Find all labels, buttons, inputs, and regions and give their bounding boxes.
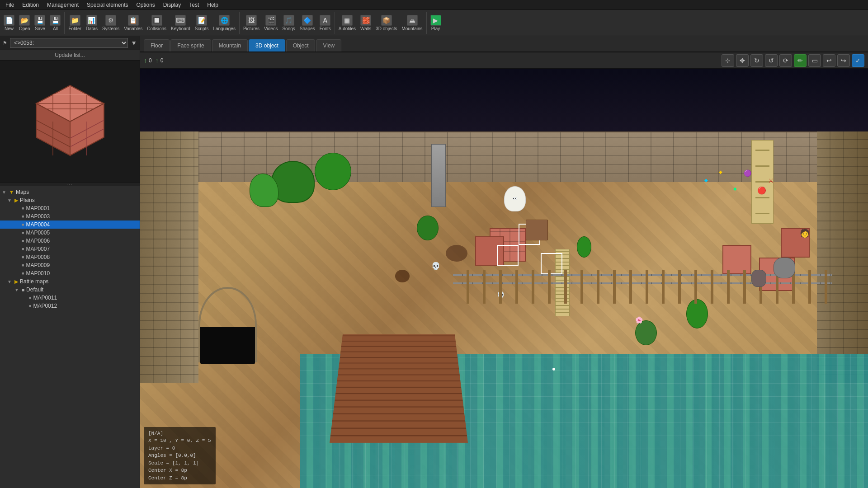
- toolbar-languages-button[interactable]: 🌐 Languages: [211, 14, 237, 32]
- toolbar-folder-button[interactable]: 📁 Folder: [66, 14, 83, 32]
- hud-center-x: Center X = 8p: [148, 467, 211, 474]
- tool-paint-button[interactable]: ✏: [794, 54, 807, 67]
- walls-icon: 🧱: [360, 15, 371, 26]
- toolbar-shapes-button[interactable]: 🔷 Shapes: [298, 14, 317, 32]
- tree-map0008[interactable]: ■ MAP0008: [0, 253, 140, 261]
- toolbar-pictures-button[interactable]: 🖼 Pictures: [241, 14, 261, 32]
- tree-map0010[interactable]: ■ MAP0010: [0, 269, 140, 277]
- tool-rotate-x-button[interactable]: ↻: [750, 54, 763, 67]
- map0012-label: MAP0012: [33, 303, 57, 309]
- tab-floor[interactable]: Floor: [144, 39, 170, 52]
- menu-help[interactable]: Help: [203, 1, 222, 9]
- tool-move-button[interactable]: ✥: [736, 54, 749, 67]
- menu-file[interactable]: File: [2, 1, 18, 9]
- toolbar-fonts-button[interactable]: A Fonts: [318, 14, 333, 32]
- toolbar-mountains-button[interactable]: ⛰ Mountains: [400, 14, 424, 32]
- tab-view[interactable]: View: [316, 39, 341, 52]
- songs-icon: 🎵: [283, 15, 294, 26]
- maps-label: Maps: [16, 189, 29, 195]
- menu-display[interactable]: Display: [160, 1, 184, 9]
- content-area: Floor Face sprite Mountain 3D object Obj…: [140, 36, 868, 488]
- toolbar-datas-button[interactable]: 📊 Datas: [84, 14, 99, 32]
- plains-expand-icon: ▼: [7, 198, 13, 203]
- toolbar-autotiles-button[interactable]: ▦ Autotiles: [337, 14, 358, 32]
- enemy-red: 🔴: [757, 186, 766, 195]
- map-info-overlay: [N/A] X = 10 , Y = 0, Z = 5 Layer = 0 An…: [144, 427, 216, 485]
- tab-object[interactable]: Object: [286, 39, 316, 52]
- toolbar-walls-button[interactable]: 🧱 Walls: [359, 14, 373, 32]
- rung-5: [755, 213, 769, 214]
- ghost-object: 👀: [504, 186, 526, 211]
- tool-rotate-z-button[interactable]: ⟳: [779, 54, 792, 67]
- toolbar-new-button[interactable]: 📄 New: [2, 14, 16, 32]
- tree-map0007[interactable]: ■ MAP0007: [0, 245, 140, 253]
- wooden-bridge: [330, 334, 468, 443]
- toolbar-keyboard-button[interactable]: ⌨ Keyboard: [169, 14, 192, 32]
- sidebar-divider[interactable]: [0, 183, 140, 186]
- update-list-button[interactable]: Update list...: [0, 50, 140, 61]
- toolbar-3dobjects-button[interactable]: 📦 3D objects: [374, 14, 399, 32]
- map0010-label: MAP0010: [26, 270, 50, 277]
- tool-erase-button[interactable]: ▭: [808, 54, 821, 67]
- tree-battlemaps-group[interactable]: ▼ ▶ Battle maps: [0, 277, 140, 286]
- toolbar-videos-button[interactable]: 🎬 Videos: [262, 14, 279, 32]
- right-wall: [817, 131, 868, 383]
- map0001-label: MAP0001: [26, 205, 50, 211]
- tree-default-subgroup[interactable]: ▼ ■ Default: [0, 286, 140, 294]
- menu-test[interactable]: Test: [185, 1, 203, 9]
- tool-rotate-y-button[interactable]: ↺: [765, 54, 778, 67]
- toolbar: 📄 New 📂 Open 💾 Save 💾 All 📁 Folder 📊 Dat…: [0, 10, 868, 36]
- toolbar-variables-button[interactable]: 📋 Variables: [122, 14, 144, 32]
- toolbar-play-button[interactable]: ▶ Play: [429, 14, 443, 32]
- map-viewport[interactable]: 👀 💀 💀 🧑: [140, 69, 868, 488]
- preview-cube: [25, 76, 115, 167]
- tree-map0006[interactable]: ■ MAP0006: [0, 237, 140, 245]
- enemy-purple: 🟣: [744, 169, 751, 177]
- tree-root-maps[interactable]: ▼ ▼ Maps: [0, 188, 140, 196]
- sidebar-header: ⚑ <>0053: ▼: [0, 36, 140, 50]
- tool-select-button[interactable]: ⊹: [722, 54, 734, 67]
- plains-label: Plains: [20, 197, 35, 203]
- tool-undo-button[interactable]: ↩: [823, 54, 835, 67]
- coord-x-item: ↑ 0: [144, 57, 152, 64]
- tree-map0009[interactable]: ■ MAP0009: [0, 261, 140, 269]
- sidebar-arrow-icon[interactable]: ▼: [131, 39, 137, 47]
- shapes-icon: 🔷: [302, 15, 313, 26]
- map0008-label: MAP0008: [26, 254, 50, 260]
- toolbar-songs-button[interactable]: 🎵 Songs: [280, 14, 297, 32]
- tab-3d-object[interactable]: 3D object: [249, 39, 285, 52]
- toolbar-scripts-button[interactable]: 📝 Scripts: [193, 14, 211, 32]
- tree-map0011[interactable]: ■ MAP0011: [0, 294, 140, 302]
- tab-face-sprite[interactable]: Face sprite: [170, 39, 211, 52]
- tool-redo-button[interactable]: ↪: [837, 54, 850, 67]
- tree-map0005[interactable]: ■ MAP0005: [0, 229, 140, 237]
- hud-scale: Scale = [1, 1, 1]: [148, 460, 211, 467]
- map0004-label: MAP0004: [26, 221, 50, 228]
- menu-management[interactable]: Management: [43, 1, 82, 9]
- tree-plains-group[interactable]: ▼ ▶ Plains: [0, 196, 140, 204]
- bush-3: [635, 320, 657, 346]
- tree-map0003[interactable]: ■ MAP0003: [0, 212, 140, 221]
- tree-map0012[interactable]: ■ MAP0012: [0, 302, 140, 310]
- left-wall: [140, 131, 198, 383]
- mountains-icon: ⛰: [407, 15, 418, 26]
- tool-extra-button[interactable]: ✓: [852, 54, 864, 67]
- toolbar-systems-button[interactable]: ⚙ Systems: [100, 14, 121, 32]
- toolbar-collisions-button[interactable]: 🔲 Collisions: [145, 14, 168, 32]
- toolbar-save-button[interactable]: 💾 Save: [33, 14, 47, 32]
- menu-edition[interactable]: Edition: [19, 1, 42, 9]
- coord-z-item: ↑ 0: [156, 57, 164, 64]
- menu-special-elements[interactable]: Special elements: [83, 1, 132, 9]
- map0005-icon: ■: [22, 230, 24, 235]
- map-selector[interactable]: <>0053:: [10, 38, 128, 48]
- toolbar-saveall-button[interactable]: 💾 All: [48, 14, 62, 32]
- tree-map0004[interactable]: ■ MAP0004: [0, 221, 140, 229]
- rock-1: [774, 258, 795, 278]
- toolbar-open-button[interactable]: 📂 Open: [17, 14, 32, 32]
- tree-map0001[interactable]: ■ MAP0001: [0, 204, 140, 212]
- tab-mountain[interactable]: Mountain: [212, 39, 248, 52]
- menu-options[interactable]: Options: [132, 1, 158, 9]
- toolbar-sep-4: [426, 12, 427, 34]
- map0006-label: MAP0006: [26, 238, 50, 244]
- menubar: File Edition Management Special elements…: [0, 0, 868, 10]
